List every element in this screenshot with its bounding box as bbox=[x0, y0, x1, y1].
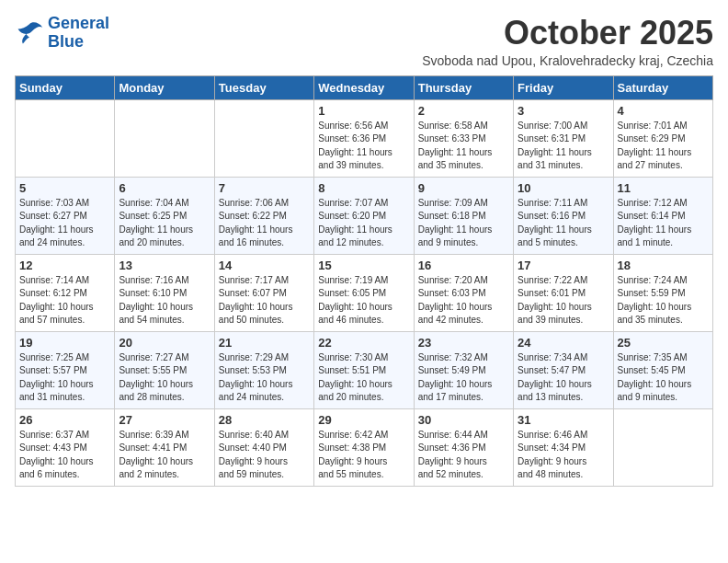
day-info: Sunrise: 6:37 AM Sunset: 4:43 PM Dayligh… bbox=[19, 429, 110, 482]
day-number: 31 bbox=[518, 413, 609, 427]
calendar-cell: 18Sunrise: 7:24 AM Sunset: 5:59 PM Dayli… bbox=[613, 254, 712, 331]
day-info: Sunrise: 7:07 AM Sunset: 6:20 PM Dayligh… bbox=[318, 197, 409, 250]
calendar-cell: 25Sunrise: 7:35 AM Sunset: 5:45 PM Dayli… bbox=[613, 331, 712, 408]
calendar-cell: 3Sunrise: 7:00 AM Sunset: 6:31 PM Daylig… bbox=[514, 99, 613, 177]
day-info: Sunrise: 7:17 AM Sunset: 6:07 PM Dayligh… bbox=[219, 274, 310, 327]
calendar-cell: 2Sunrise: 6:58 AM Sunset: 6:33 PM Daylig… bbox=[414, 99, 513, 177]
day-number: 24 bbox=[518, 336, 609, 350]
day-number: 11 bbox=[618, 181, 709, 195]
calendar-cell: 5Sunrise: 7:03 AM Sunset: 6:27 PM Daylig… bbox=[16, 177, 115, 254]
calendar-cell: 29Sunrise: 6:42 AM Sunset: 4:38 PM Dayli… bbox=[314, 408, 414, 486]
calendar-cell: 21Sunrise: 7:29 AM Sunset: 5:53 PM Dayli… bbox=[214, 331, 313, 408]
day-number: 17 bbox=[518, 259, 609, 272]
calendar-cell: 9Sunrise: 7:09 AM Sunset: 6:18 PM Daylig… bbox=[414, 177, 513, 254]
calendar-cell: 1Sunrise: 6:56 AM Sunset: 6:36 PM Daylig… bbox=[314, 99, 414, 177]
calendar-cell: 30Sunrise: 6:44 AM Sunset: 4:36 PM Dayli… bbox=[414, 408, 513, 486]
day-info: Sunrise: 7:09 AM Sunset: 6:18 PM Dayligh… bbox=[418, 197, 509, 250]
day-of-week-header: Wednesday bbox=[314, 75, 414, 99]
calendar-cell: 14Sunrise: 7:17 AM Sunset: 6:07 PM Dayli… bbox=[214, 254, 313, 331]
calendar-cell bbox=[16, 99, 115, 177]
day-of-week-header: Monday bbox=[115, 75, 214, 99]
page-header: General Blue October 2025 Svoboda nad Up… bbox=[15, 15, 713, 68]
day-info: Sunrise: 7:11 AM Sunset: 6:16 PM Dayligh… bbox=[518, 197, 609, 250]
day-of-week-header: Tuesday bbox=[214, 75, 313, 99]
day-number: 13 bbox=[119, 259, 210, 272]
day-info: Sunrise: 7:04 AM Sunset: 6:25 PM Dayligh… bbox=[119, 197, 210, 250]
day-number: 6 bbox=[119, 181, 210, 195]
day-info: Sunrise: 7:30 AM Sunset: 5:51 PM Dayligh… bbox=[318, 351, 409, 405]
day-of-week-header: Thursday bbox=[414, 75, 513, 99]
logo: General Blue bbox=[15, 15, 109, 52]
day-number: 12 bbox=[19, 259, 110, 272]
calendar-cell: 12Sunrise: 7:14 AM Sunset: 6:12 PM Dayli… bbox=[16, 254, 115, 331]
day-number: 27 bbox=[119, 413, 210, 427]
calendar-cell: 6Sunrise: 7:04 AM Sunset: 6:25 PM Daylig… bbox=[115, 177, 214, 254]
day-info: Sunrise: 7:24 AM Sunset: 5:59 PM Dayligh… bbox=[618, 274, 709, 327]
day-info: Sunrise: 6:42 AM Sunset: 4:38 PM Dayligh… bbox=[318, 429, 409, 482]
calendar-cell: 27Sunrise: 6:39 AM Sunset: 4:41 PM Dayli… bbox=[115, 408, 214, 486]
day-number: 1 bbox=[318, 104, 409, 118]
day-info: Sunrise: 7:06 AM Sunset: 6:22 PM Dayligh… bbox=[219, 197, 310, 250]
calendar-cell: 24Sunrise: 7:34 AM Sunset: 5:47 PM Dayli… bbox=[514, 331, 613, 408]
day-info: Sunrise: 7:27 AM Sunset: 5:55 PM Dayligh… bbox=[119, 351, 210, 405]
calendar-cell: 26Sunrise: 6:37 AM Sunset: 4:43 PM Dayli… bbox=[16, 408, 115, 486]
day-info: Sunrise: 7:01 AM Sunset: 6:29 PM Dayligh… bbox=[618, 120, 709, 173]
calendar-cell: 28Sunrise: 6:40 AM Sunset: 4:40 PM Dayli… bbox=[214, 408, 313, 486]
day-number: 16 bbox=[418, 259, 509, 272]
calendar-table: SundayMondayTuesdayWednesdayThursdayFrid… bbox=[15, 75, 713, 487]
calendar-cell: 19Sunrise: 7:25 AM Sunset: 5:57 PM Dayli… bbox=[16, 331, 115, 408]
day-info: Sunrise: 6:58 AM Sunset: 6:33 PM Dayligh… bbox=[418, 120, 509, 173]
calendar-cell: 20Sunrise: 7:27 AM Sunset: 5:55 PM Dayli… bbox=[115, 331, 214, 408]
calendar-cell: 4Sunrise: 7:01 AM Sunset: 6:29 PM Daylig… bbox=[613, 99, 712, 177]
day-of-week-header: Saturday bbox=[613, 75, 712, 99]
day-number: 28 bbox=[219, 413, 310, 427]
day-info: Sunrise: 7:16 AM Sunset: 6:10 PM Dayligh… bbox=[119, 274, 210, 327]
day-info: Sunrise: 7:34 AM Sunset: 5:47 PM Dayligh… bbox=[518, 351, 609, 405]
day-number: 2 bbox=[418, 104, 509, 118]
calendar-cell: 8Sunrise: 7:07 AM Sunset: 6:20 PM Daylig… bbox=[314, 177, 414, 254]
day-info: Sunrise: 7:20 AM Sunset: 6:03 PM Dayligh… bbox=[418, 274, 509, 327]
calendar-cell: 7Sunrise: 7:06 AM Sunset: 6:22 PM Daylig… bbox=[214, 177, 313, 254]
calendar-cell: 13Sunrise: 7:16 AM Sunset: 6:10 PM Dayli… bbox=[115, 254, 214, 331]
day-number: 29 bbox=[318, 413, 409, 427]
day-number: 14 bbox=[219, 259, 310, 272]
day-number: 21 bbox=[219, 336, 310, 350]
day-info: Sunrise: 6:40 AM Sunset: 4:40 PM Dayligh… bbox=[219, 429, 310, 482]
title-block: October 2025 Svoboda nad Upou, Kralovehr… bbox=[422, 15, 713, 68]
day-info: Sunrise: 6:44 AM Sunset: 4:36 PM Dayligh… bbox=[418, 429, 509, 482]
day-number: 15 bbox=[318, 259, 409, 272]
day-number: 19 bbox=[19, 336, 110, 350]
day-number: 22 bbox=[318, 336, 409, 350]
day-number: 8 bbox=[318, 181, 409, 195]
calendar-cell: 17Sunrise: 7:22 AM Sunset: 6:01 PM Dayli… bbox=[514, 254, 613, 331]
day-number: 9 bbox=[418, 181, 509, 195]
logo-icon bbox=[15, 20, 44, 46]
month-title: October 2025 bbox=[422, 15, 713, 52]
day-number: 30 bbox=[418, 413, 509, 427]
calendar-cell: 22Sunrise: 7:30 AM Sunset: 5:51 PM Dayli… bbox=[314, 331, 414, 408]
day-of-week-header: Friday bbox=[514, 75, 613, 99]
day-number: 26 bbox=[19, 413, 110, 427]
day-number: 7 bbox=[219, 181, 310, 195]
calendar-week-row: 19Sunrise: 7:25 AM Sunset: 5:57 PM Dayli… bbox=[16, 331, 713, 408]
calendar-cell: 11Sunrise: 7:12 AM Sunset: 6:14 PM Dayli… bbox=[613, 177, 712, 254]
day-info: Sunrise: 7:22 AM Sunset: 6:01 PM Dayligh… bbox=[518, 274, 609, 327]
logo-text: General Blue bbox=[48, 15, 109, 52]
day-info: Sunrise: 7:14 AM Sunset: 6:12 PM Dayligh… bbox=[19, 274, 110, 327]
calendar-cell: 10Sunrise: 7:11 AM Sunset: 6:16 PM Dayli… bbox=[514, 177, 613, 254]
day-number: 3 bbox=[518, 104, 609, 118]
calendar-header-row: SundayMondayTuesdayWednesdayThursdayFrid… bbox=[16, 75, 713, 99]
day-info: Sunrise: 6:56 AM Sunset: 6:36 PM Dayligh… bbox=[318, 120, 409, 173]
day-number: 4 bbox=[618, 104, 709, 118]
day-info: Sunrise: 7:25 AM Sunset: 5:57 PM Dayligh… bbox=[19, 351, 110, 405]
day-info: Sunrise: 7:00 AM Sunset: 6:31 PM Dayligh… bbox=[518, 120, 609, 173]
day-info: Sunrise: 7:03 AM Sunset: 6:27 PM Dayligh… bbox=[19, 197, 110, 250]
calendar-cell bbox=[214, 99, 313, 177]
day-number: 10 bbox=[518, 181, 609, 195]
calendar-week-row: 26Sunrise: 6:37 AM Sunset: 4:43 PM Dayli… bbox=[16, 408, 713, 486]
day-info: Sunrise: 6:39 AM Sunset: 4:41 PM Dayligh… bbox=[119, 429, 210, 482]
day-number: 5 bbox=[19, 181, 110, 195]
subtitle: Svoboda nad Upou, Kralovehradecky kraj, … bbox=[422, 53, 713, 68]
calendar-cell: 16Sunrise: 7:20 AM Sunset: 6:03 PM Dayli… bbox=[414, 254, 513, 331]
calendar-cell: 23Sunrise: 7:32 AM Sunset: 5:49 PM Dayli… bbox=[414, 331, 513, 408]
